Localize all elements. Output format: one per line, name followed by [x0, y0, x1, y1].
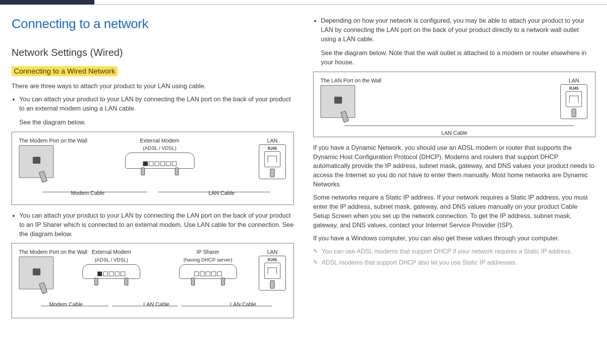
right-column: Depending on how your network is configu…	[313, 16, 595, 324]
lan-port-icon: RJ45	[259, 256, 286, 290]
d1-lan-title: LAN	[258, 138, 287, 144]
d2-lan-title: LAN	[258, 249, 287, 255]
para-windows: If you have a Windows computer, you can …	[313, 234, 595, 243]
bullet-2-text: You can attach your product to your LAN …	[19, 212, 293, 237]
bullet-1-sub: See the diagram below.	[12, 118, 294, 127]
section-heading: Network Settings (Wired)	[12, 47, 294, 59]
d2-cable-3: LAN Cable	[230, 301, 257, 307]
page-title: Connecting to a network	[12, 16, 294, 31]
diagram-1: The Modem Port on the Wall External Mode…	[12, 132, 294, 205]
d2-modem-sub: (ADSL / VDSL)	[65, 257, 158, 263]
diagram-3: The LAN Port on the Wall LAN RJ45 LAN Ca…	[313, 72, 595, 137]
bullet-3: Depending on how your network is configu…	[313, 16, 595, 44]
d3-lan-title: LAN	[560, 77, 588, 84]
diagram-2: The Modem Port on the Wall External Mode…	[12, 243, 294, 318]
wall-plate-icon	[19, 145, 54, 178]
para-static: Some networks require a Static IP addres…	[313, 193, 595, 230]
modem-icon	[82, 264, 140, 279]
note-1: You can use ADSL modems that support DHC…	[313, 247, 595, 256]
d1-wall-label: The Modem Port on the Wall	[19, 138, 61, 144]
d2-sharer-label: IP Sharer	[162, 249, 255, 255]
wall-plate-icon	[19, 257, 54, 289]
d3-wall-label: The LAN Port on the Wall	[320, 77, 363, 84]
d2-rj45-label: RJ45	[268, 258, 277, 262]
d2-cable-1: Modem Cable	[49, 301, 83, 307]
modem-icon	[125, 153, 195, 169]
top-border-bar	[0, 0, 607, 5]
left-column: Connecting to a network Network Settings…	[12, 16, 294, 324]
subsection-heading: Connecting to a Wired Network	[12, 66, 117, 76]
bullet-1-text: You can attach your product to your LAN …	[19, 96, 291, 112]
bullet-2: You can attach your product to your LAN …	[12, 211, 294, 239]
d2-modem-label: External Modem	[65, 249, 158, 255]
wall-plate-icon	[320, 85, 355, 118]
lan-port-icon: RJ45	[259, 144, 286, 179]
d2-cable-2: LAN Cable	[143, 301, 169, 307]
note-2: ADSL modems that support DHCP also let y…	[313, 258, 595, 267]
ip-sharer-icon	[179, 264, 237, 279]
d1-modem-label: External Modem	[65, 138, 254, 144]
d1-cable-left: Modem Cable	[71, 190, 104, 196]
d3-rj45-label: RJ45	[569, 86, 578, 91]
intro-text: There are three ways to attach your prod…	[12, 82, 294, 91]
d3-cable: LAN Cable	[441, 130, 468, 136]
bullet-3-sub: See the diagram below. Note that the wal…	[313, 49, 595, 67]
bullet-1: You can attach your product to your LAN …	[12, 95, 294, 113]
d1-cable-right: LAN Cable	[208, 190, 235, 196]
bullet-3-text: Depending on how your network is configu…	[321, 17, 584, 42]
d1-rj45-label: RJ45	[268, 146, 277, 151]
d1-modem-sub: (ADSL / VDSL)	[65, 145, 254, 151]
para-dynamic: If you have a Dynamic Network, you shoul…	[313, 143, 595, 190]
d2-wall-label: The Modem Port on the Wall	[19, 249, 61, 255]
lan-port-icon: RJ45	[560, 84, 587, 119]
d2-sharer-sub: (having DHCP server)	[162, 257, 255, 263]
